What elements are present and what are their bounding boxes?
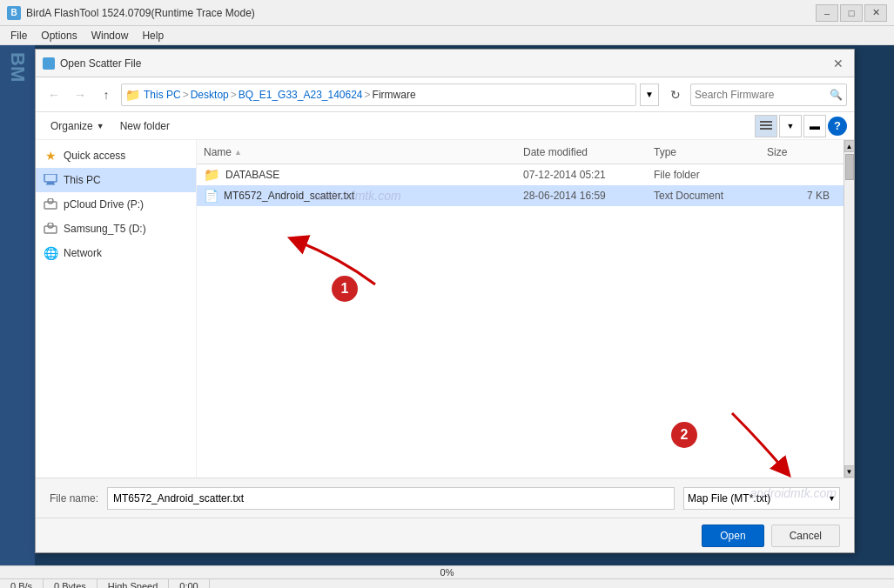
search-icon: 🔍 — [830, 89, 843, 101]
scrollbar-thumb[interactable] — [845, 154, 854, 180]
up-button[interactable]: ↑ — [95, 84, 118, 106]
file-size-cell: 7 KB — [767, 190, 837, 202]
view-details-button[interactable] — [755, 115, 777, 137]
sidebar-quickaccess-label: Quick access — [64, 150, 125, 162]
maximize-button[interactable]: □ — [840, 4, 863, 22]
table-row[interactable]: 📁 DATABASE 07-12-2014 05:21 File folder — [197, 164, 844, 185]
svg-rect-3 — [44, 174, 57, 182]
svg-point-9 — [48, 223, 53, 228]
breadcrumb-folder-icon: 📁 — [125, 88, 140, 102]
status-speed: 0 B/s — [0, 579, 44, 588]
sidebar-item-thispc[interactable]: This PC — [36, 168, 196, 192]
sidebar-network-label: Network — [64, 247, 102, 259]
column-headers: Name ▲ Date modified Type Size — [197, 140, 844, 164]
content-area: ★ Quick access This PC — [36, 140, 854, 478]
file-name-bar: File name: Map File (MT*.txt) ▼ — [36, 478, 854, 518]
open-button[interactable]: Open — [702, 525, 763, 547]
breadcrumb-firmware[interactable]: Firmware — [373, 89, 416, 101]
svg-rect-0 — [760, 121, 772, 123]
sidebar-thispc-label: This PC — [64, 174, 101, 186]
forward-button[interactable]: → — [69, 84, 91, 106]
cancel-button[interactable]: Cancel — [771, 525, 840, 547]
dialog-icon — [43, 57, 55, 70]
col-header-size[interactable]: Size — [767, 146, 837, 158]
dialog-title-bar: Open Scatter File ✕ — [36, 50, 854, 77]
breadcrumb-desktop[interactable]: Desktop — [191, 89, 229, 101]
menu-bar: File Options Window Help — [0, 26, 894, 45]
sidebar-pcloud-label: pCloud Drive (P:) — [64, 198, 144, 210]
view-controls: ▼ ▬ ? — [755, 115, 847, 137]
table-row[interactable]: 📄 MT6572_Android_scatter.txt 28-06-2014 … — [197, 185, 844, 206]
svg-rect-8 — [44, 226, 57, 233]
col-header-date[interactable]: Date modified — [523, 146, 654, 158]
organize-button[interactable]: Organize ▼ — [43, 116, 112, 137]
file-type-dropdown[interactable]: Map File (MT*.txt) ▼ — [683, 487, 840, 510]
details-view-icon — [760, 120, 772, 132]
file-type-cell: Text Document — [654, 190, 767, 202]
file-list-area: Name ▲ Date modified Type Size — [197, 140, 844, 478]
minimize-button[interactable]: – — [816, 4, 838, 22]
star-icon: ★ — [43, 148, 58, 164]
preview-pane-button[interactable]: ▬ — [803, 115, 826, 137]
sidebar-item-pcloud[interactable]: pCloud Drive (P:) — [36, 192, 196, 217]
empty-area — [197, 206, 844, 478]
svg-rect-4 — [47, 182, 54, 184]
dialog-close-button[interactable]: ✕ — [830, 55, 847, 72]
location-dropdown[interactable]: ▼ — [640, 84, 659, 106]
search-input[interactable] — [695, 89, 830, 101]
back-button[interactable]: ← — [43, 84, 65, 106]
menu-file[interactable]: File — [3, 28, 34, 43]
sidebar-item-quickaccess[interactable]: ★ Quick access — [36, 144, 196, 168]
col-header-type[interactable]: Type — [654, 146, 767, 158]
folder-icon: 📁 — [204, 167, 220, 183]
file-name-cell: 📁 DATABASE — [204, 167, 523, 183]
breadcrumb: 📁 This PC > Desktop > BQ_E1_G33_A23_1406… — [121, 84, 636, 106]
breadcrumb-thispc[interactable]: This PC — [144, 89, 181, 101]
window-close-button[interactable]: ✕ — [864, 4, 887, 22]
sidebar-item-network[interactable]: 🌐 Network — [36, 241, 196, 265]
help-button[interactable]: ? — [828, 117, 847, 136]
scroll-up-button[interactable]: ▲ — [844, 140, 855, 152]
svg-point-7 — [48, 198, 53, 204]
new-folder-button[interactable]: New folder — [112, 116, 178, 137]
organize-dropdown-icon: ▼ — [97, 122, 104, 130]
col-header-name[interactable]: Name ▲ — [204, 146, 523, 158]
file-name-cell: 📄 MT6572_Android_scatter.txt — [204, 189, 523, 203]
refresh-button[interactable]: ↻ — [664, 84, 687, 106]
svg-rect-6 — [44, 202, 57, 209]
file-date-cell: 28-06-2014 16:59 — [523, 190, 654, 202]
menu-help[interactable]: Help — [135, 28, 171, 43]
vertical-scrollbar[interactable]: ▲ ▼ — [844, 140, 854, 478]
sidebar-samsung-label: Samsung_T5 (D:) — [64, 223, 146, 235]
breadcrumb-folder1[interactable]: BQ_E1_G33_A23_140624 — [239, 89, 363, 101]
sidebar-item-samsung[interactable]: Samsung_T5 (D:) — [36, 217, 196, 241]
menu-options[interactable]: Options — [34, 28, 84, 43]
search-box[interactable]: 🔍 — [690, 84, 847, 106]
progress-text: 0% — [0, 566, 894, 578]
status-size: 0 Bytes — [44, 579, 97, 588]
scroll-down-button[interactable]: ▼ — [844, 465, 855, 478]
svg-rect-1 — [760, 124, 772, 126]
scrollbar-track[interactable] — [844, 152, 855, 465]
sort-icon: ▲ — [234, 148, 242, 157]
dialog-title: Open Scatter File — [60, 57, 830, 70]
app-background: BM — [0, 45, 35, 588]
file-type-value: Map File (MT*.txt) — [688, 492, 770, 504]
dropdown-arrow-icon: ▼ — [828, 494, 836, 503]
network-icon: 🌐 — [43, 245, 58, 261]
action-buttons: Open Cancel — [36, 518, 854, 552]
view-dropdown-button[interactable]: ▼ — [779, 115, 802, 137]
samsung-drive-icon — [43, 221, 58, 237]
status-items: 0 B/s 0 Bytes High Speed 0:00 — [0, 578, 894, 588]
bm-branding: BM — [6, 52, 29, 82]
pcloud-drive-icon — [43, 197, 58, 212]
computer-icon — [43, 172, 58, 188]
menu-window[interactable]: Window — [84, 28, 136, 43]
nav-bar: ← → ↑ 📁 This PC > Desktop > BQ_E1_G33_A2… — [36, 77, 854, 112]
file-name-input[interactable] — [107, 487, 675, 510]
app-icon: B — [7, 6, 21, 20]
file-type-cell: File folder — [654, 169, 767, 181]
status-connection: High Speed — [97, 579, 170, 588]
open-scatter-dialog: Open Scatter File ✕ ← → ↑ 📁 This PC > De… — [35, 49, 855, 553]
file-name-label: File name: — [50, 492, 98, 504]
